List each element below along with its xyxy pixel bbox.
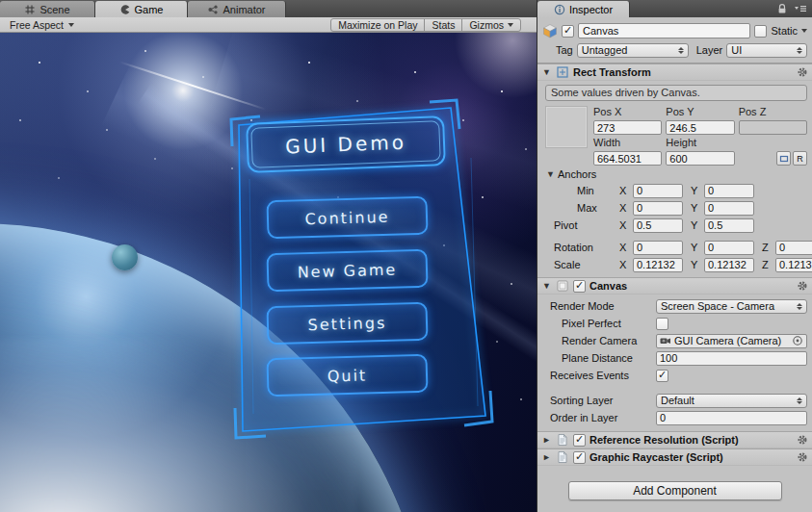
pivot-row: Pivot X Y — [541, 217, 807, 234]
anchor-max-x-field[interactable] — [633, 201, 683, 216]
order-in-layer-field[interactable] — [656, 411, 807, 425]
script-enabled-checkbox[interactable] — [573, 434, 586, 447]
anchor-preset-preview[interactable] — [545, 106, 588, 148]
rect-transform-body: Some values driven by Canvas. Pos X Pos … — [537, 81, 812, 277]
tab-inspector[interactable]: Inspector — [537, 1, 630, 17]
anchor-max-y-field[interactable] — [704, 201, 754, 216]
anchor-max-row: Max X Y — [541, 199, 807, 217]
sorting-layer-dropdown[interactable]: Default — [656, 394, 807, 408]
rotation-x-field[interactable] — [633, 241, 683, 255]
menu-button-continue[interactable]: Continue — [266, 196, 428, 240]
foldout-closed-icon[interactable]: ► — [541, 435, 552, 445]
popup-arrows-icon — [797, 47, 802, 54]
rotation-z-field[interactable] — [775, 241, 812, 255]
driven-info-box: Some values driven by Canvas. — [545, 85, 807, 101]
render-camera-object-field[interactable]: GUI Camera (Camera) — [656, 334, 807, 348]
aspect-dropdown[interactable]: Free Aspect — [4, 18, 80, 32]
x-axis-label: X — [619, 259, 633, 270]
tag-dropdown[interactable]: Untagged — [577, 43, 689, 58]
y-axis-label: Y — [691, 219, 704, 231]
anchor-min-y-field[interactable] — [704, 184, 754, 198]
tab-scene[interactable]: Scene — [0, 1, 95, 17]
scale-x-field[interactable] — [633, 258, 683, 272]
layer-dropdown[interactable]: UI — [726, 43, 807, 58]
component-title: Canvas — [589, 280, 627, 292]
static-dropdown-icon[interactable] — [801, 29, 807, 33]
foldout-open-icon[interactable]: ▼ — [541, 67, 552, 77]
gear-icon[interactable] — [797, 434, 808, 446]
foldout-open-icon[interactable]: ▼ — [545, 169, 556, 179]
unity-editor-window: Scene Game Animator Free Aspect Maximize… — [0, 0, 812, 512]
pos-y-field[interactable] — [666, 120, 734, 135]
render-mode-label: Render Mode — [550, 300, 656, 312]
foldout-open-icon[interactable]: ▼ — [541, 281, 552, 291]
game-menu-title: GUI Demo — [285, 131, 407, 159]
tag-label: Tag — [556, 44, 573, 56]
inspector-icon — [554, 4, 565, 15]
tab-animator[interactable]: Animator — [188, 1, 286, 17]
anchor-min-row: Min X Y — [541, 182, 807, 199]
scale-z-field[interactable] — [775, 258, 812, 272]
gear-icon[interactable] — [797, 280, 808, 292]
rect-transform-header[interactable]: ▼ Rect Transform — [537, 64, 812, 81]
scale-y-field[interactable] — [704, 258, 754, 272]
canvas-enabled-checkbox[interactable] — [573, 280, 586, 293]
game-icon — [119, 4, 131, 15]
stats-button[interactable]: Stats — [424, 18, 462, 32]
rect-transform-icon — [556, 65, 569, 79]
plane-distance-label: Plane Distance — [550, 352, 656, 364]
gear-icon[interactable] — [797, 66, 808, 78]
pixel-perfect-checkbox[interactable] — [656, 318, 668, 330]
static-checkbox[interactable] — [754, 25, 767, 38]
tag-value: Untagged — [582, 44, 674, 56]
menu-button-new-game[interactable]: New Game — [266, 249, 428, 293]
camera-icon — [660, 336, 671, 346]
popup-arrows-icon — [678, 47, 684, 54]
anchors-foldout[interactable]: ▼ Anchors — [541, 166, 807, 182]
blueprint-mode-button[interactable] — [776, 151, 791, 166]
pos-x-field[interactable] — [593, 120, 662, 135]
canvas-component-header[interactable]: ▼ Canvas — [537, 277, 812, 294]
popup-arrows-icon — [797, 303, 802, 310]
receives-events-checkbox[interactable] — [656, 370, 668, 382]
gizmos-dropdown[interactable]: Gizmos — [461, 18, 521, 32]
lock-icon[interactable] — [776, 3, 788, 14]
menu-button-quit[interactable]: Quit — [266, 354, 428, 397]
menu-button-settings[interactable]: Settings — [266, 302, 428, 346]
gameobject-name-input[interactable] — [578, 23, 750, 38]
reference-resolution-header[interactable]: ► Reference Resolution (Script) — [537, 431, 812, 448]
x-axis-label: X — [619, 185, 633, 196]
pivot-y-field[interactable] — [704, 218, 754, 233]
blueprint-icon — [779, 154, 789, 164]
pos-z-field[interactable] — [739, 120, 807, 135]
width-field[interactable] — [593, 151, 662, 166]
pos-y-label: Pos Y — [666, 106, 734, 118]
graphic-raycaster-header[interactable]: ► Graphic Raycaster (Script) — [537, 448, 812, 466]
canvas-component-icon — [556, 279, 569, 293]
pivot-x-field[interactable] — [633, 218, 683, 233]
plane-distance-field[interactable] — [656, 351, 807, 366]
foldout-closed-icon[interactable]: ► — [541, 452, 552, 462]
anchor-min-x-field[interactable] — [633, 184, 683, 198]
object-picker-icon[interactable] — [792, 335, 803, 346]
gear-icon[interactable] — [797, 451, 808, 463]
layer-value: UI — [731, 44, 793, 56]
aspect-dropdown-label: Free Aspect — [10, 19, 64, 31]
rotation-y-field[interactable] — [704, 241, 754, 255]
raw-edit-mode-button[interactable]: R — [793, 151, 807, 166]
gameobject-active-checkbox[interactable] — [562, 25, 574, 38]
script-enabled-checkbox[interactable] — [573, 451, 586, 464]
x-axis-label: X — [619, 242, 633, 253]
tab-game[interactable]: Game — [95, 1, 188, 17]
maximize-on-play-button[interactable]: Maximize on Play — [330, 18, 425, 32]
height-field[interactable] — [666, 151, 734, 166]
pos-z-label: Pos Z — [739, 106, 807, 118]
height-label: Height — [666, 137, 734, 149]
animator-icon — [207, 4, 219, 15]
render-mode-dropdown[interactable]: Screen Space - Camera — [656, 299, 807, 314]
script-icon — [556, 450, 569, 464]
maximize-on-play-label: Maximize on Play — [338, 19, 417, 31]
y-axis-label: Y — [691, 185, 704, 196]
tab-menu-icon[interactable] — [794, 3, 807, 14]
add-component-button[interactable]: Add Component — [568, 481, 782, 500]
